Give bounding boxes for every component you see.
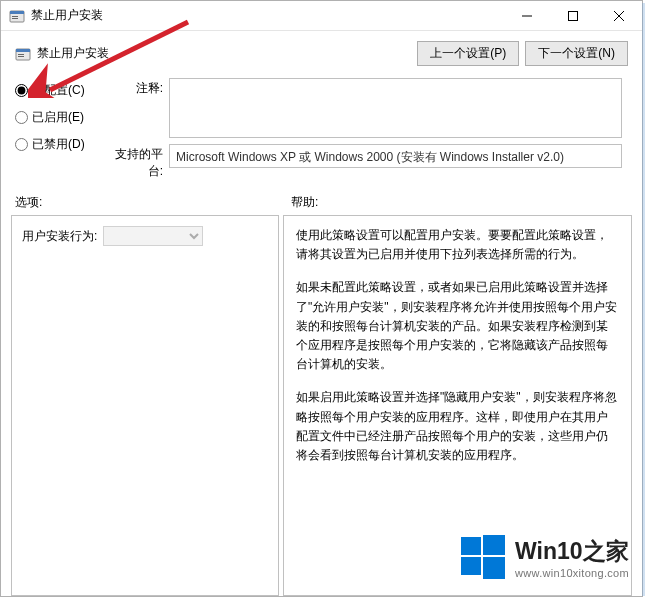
watermark-title: Win10之家 xyxy=(515,536,629,567)
state-radio-group: 未配置(C) 已启用(E) 已禁用(D) xyxy=(15,78,101,153)
mid-labels: 选项: 帮助: xyxy=(1,180,642,215)
svg-rect-11 xyxy=(18,56,24,57)
radio-enabled-input[interactable] xyxy=(15,111,28,124)
policy-dialog: 禁止用户安装 禁止用户安装 上一个设置(P) 下一个设置(N) xyxy=(0,0,643,597)
prev-setting-button[interactable]: 上一个设置(P) xyxy=(417,41,519,66)
help-paragraph-2: 如果未配置此策略设置，或者如果已启用此策略设置并选择了"允许用户安装"，则安装程… xyxy=(296,278,619,374)
svg-rect-1 xyxy=(10,11,24,14)
user-install-behavior-label: 用户安装行为: xyxy=(22,228,97,245)
titlebar: 禁止用户安装 xyxy=(1,1,642,31)
radio-disabled-label: 已禁用(D) xyxy=(32,136,85,153)
close-button[interactable] xyxy=(596,1,642,30)
minimize-icon xyxy=(522,11,532,21)
subheader: 禁止用户安装 上一个设置(P) 下一个设置(N) xyxy=(1,31,642,72)
svg-rect-3 xyxy=(12,18,18,19)
radio-not-configured[interactable]: 未配置(C) xyxy=(15,82,101,99)
window-controls xyxy=(504,1,642,30)
close-icon xyxy=(614,11,624,21)
user-install-behavior-select xyxy=(103,226,203,246)
svg-rect-14 xyxy=(483,535,505,555)
watermark-url: www.win10xitong.com xyxy=(515,567,629,579)
svg-rect-5 xyxy=(569,11,578,20)
maximize-button[interactable] xyxy=(550,1,596,30)
help-paragraph-3: 如果启用此策略设置并选择"隐藏用户安装"，则安装程序将忽略按照每个用户安装的应用… xyxy=(296,388,619,465)
platform-label: 支持的平台: xyxy=(101,144,163,180)
help-header: 帮助: xyxy=(291,194,628,211)
svg-rect-2 xyxy=(12,16,18,17)
radio-not-configured-label: 未配置(C) xyxy=(32,82,85,99)
svg-rect-9 xyxy=(16,49,30,52)
options-header: 选项: xyxy=(15,194,291,211)
radio-disabled[interactable]: 已禁用(D) xyxy=(15,136,101,153)
policy-icon xyxy=(15,46,31,62)
config-area: 未配置(C) 已启用(E) 已禁用(D) 注释: 支持的平台: xyxy=(1,72,642,180)
svg-rect-10 xyxy=(18,54,24,55)
maximize-icon xyxy=(568,11,578,21)
svg-rect-13 xyxy=(461,537,481,555)
help-paragraph-1: 使用此策略设置可以配置用户安装。要要配置此策略设置，请将其设置为已启用并使用下拉… xyxy=(296,226,619,264)
radio-enabled[interactable]: 已启用(E) xyxy=(15,109,101,126)
radio-enabled-label: 已启用(E) xyxy=(32,109,84,126)
svg-rect-15 xyxy=(461,557,481,575)
nav-buttons: 上一个设置(P) 下一个设置(N) xyxy=(417,41,628,66)
watermark: Win10之家 www.win10xitong.com xyxy=(461,535,629,579)
comment-field[interactable] xyxy=(169,78,622,138)
subheader-title: 禁止用户安装 xyxy=(37,45,109,62)
window-title: 禁止用户安装 xyxy=(31,7,103,24)
platform-field: Microsoft Windows XP 或 Windows 2000 (安装有… xyxy=(169,144,622,168)
options-panel: 用户安装行为: xyxy=(11,215,279,596)
next-setting-button[interactable]: 下一个设置(N) xyxy=(525,41,628,66)
comment-label: 注释: xyxy=(101,78,163,97)
svg-rect-16 xyxy=(483,557,505,579)
minimize-button[interactable] xyxy=(504,1,550,30)
windows-logo-icon xyxy=(461,535,505,579)
policy-icon xyxy=(9,8,25,24)
radio-not-configured-input[interactable] xyxy=(15,84,28,97)
radio-disabled-input[interactable] xyxy=(15,138,28,151)
